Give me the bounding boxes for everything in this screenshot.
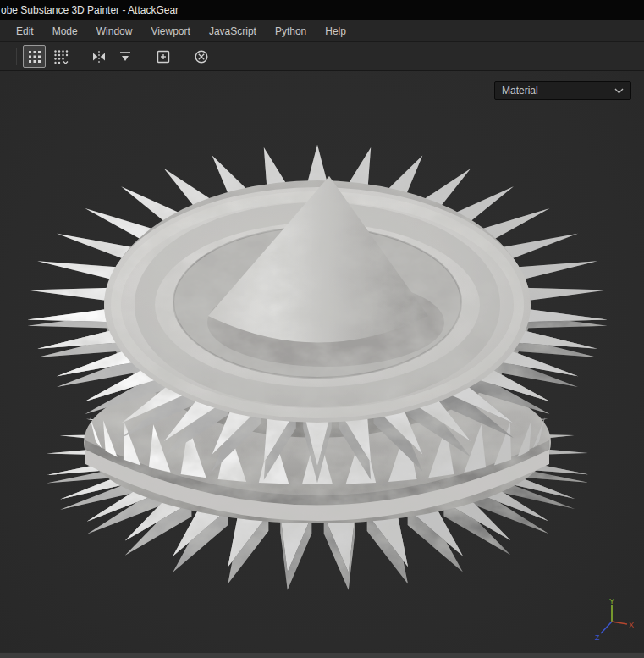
- snap-circle-icon: [193, 48, 210, 65]
- viewport-canvas[interactable]: [0, 71, 644, 652]
- shading-mode-value: Material: [502, 85, 538, 97]
- menu-mode[interactable]: Mode: [43, 21, 87, 41]
- mirror-tool-button[interactable]: [87, 45, 110, 68]
- toolbar: [0, 42, 644, 71]
- snap-circle-tool-button[interactable]: [190, 45, 212, 68]
- attackgear-model[interactable]: [28, 145, 608, 590]
- marquee-grid-tool-button[interactable]: [23, 45, 46, 68]
- add-frame-icon: [155, 48, 172, 65]
- menu-javascript[interactable]: JavaScript: [200, 21, 266, 41]
- shading-mode-dropdown[interactable]: Material: [494, 81, 631, 100]
- grid-options-tool-button[interactable]: [49, 45, 72, 68]
- axis-z-line: [601, 622, 612, 633]
- viewport-3d[interactable]: Material Y X Z: [0, 71, 644, 652]
- menu-viewport[interactable]: Viewport: [141, 21, 199, 41]
- flatten-tool-button[interactable]: [113, 45, 136, 68]
- marquee-grid-icon: [26, 48, 43, 65]
- menu-python[interactable]: Python: [266, 21, 316, 41]
- add-frame-tool-button[interactable]: [151, 45, 174, 68]
- menu-edit[interactable]: Edit: [7, 21, 43, 41]
- toolbar-separator: [16, 48, 17, 65]
- axis-z-label: Z: [595, 633, 600, 642]
- mirror-icon: [91, 48, 107, 65]
- axis-y-label: Y: [609, 598, 614, 605]
- axis-x-line: [612, 622, 627, 624]
- menu-help[interactable]: Help: [316, 21, 355, 41]
- grid-options-icon: [52, 48, 69, 65]
- axis-x-label: X: [629, 621, 634, 629]
- chevron-down-icon: [614, 88, 624, 94]
- menu-bar: Edit Mode Window Viewport JavaScript Pyt…: [0, 20, 644, 42]
- bottom-panel-edge: [0, 652, 644, 658]
- axis-gizmo[interactable]: Y X Z: [592, 598, 634, 642]
- window-title: obe Substance 3D Painter - AttackGear: [1, 4, 179, 16]
- menu-window[interactable]: Window: [87, 21, 142, 41]
- title-bar: obe Substance 3D Painter - AttackGear: [0, 0, 644, 20]
- flatten-icon: [117, 48, 134, 65]
